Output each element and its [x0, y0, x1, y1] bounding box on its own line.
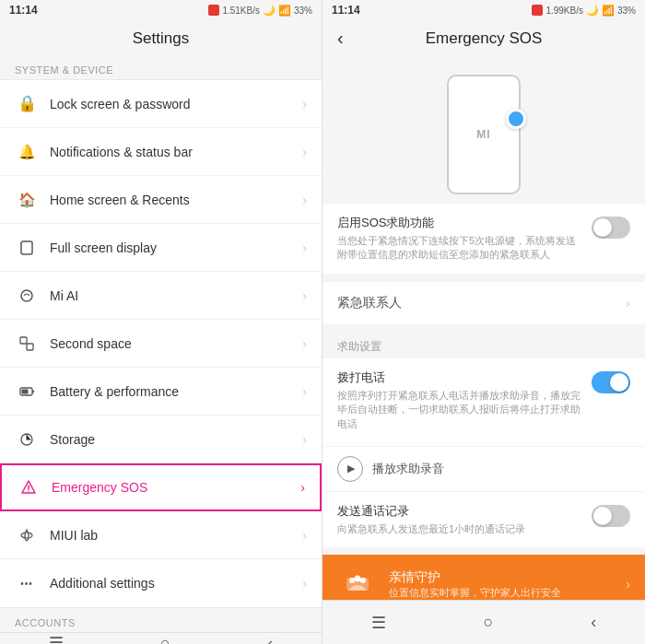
emergency-sos-label: Emergency SOS	[52, 480, 300, 495]
settings-item-notifications[interactable]: 🔔 Notifications & status bar ›	[0, 128, 322, 176]
additional-label: Additional settings	[50, 576, 302, 591]
phone-dot	[506, 109, 526, 129]
arrow-battery: ›	[302, 384, 307, 399]
call-feature-desc: 按照序列打开紧急联系人电话并播放求助录音，播放完毕后自动挂断，一切求助联系人报听…	[337, 389, 580, 431]
storage-icon	[15, 427, 39, 451]
accounts-label: ACCOUNTS	[0, 608, 322, 632]
svg-point-14	[355, 576, 361, 582]
time-left: 11:14	[9, 4, 38, 17]
settings-item-storage[interactable]: Storage ›	[0, 416, 322, 463]
family-icon-box	[337, 564, 378, 600]
lock-screen-label: Lock screen & password	[50, 97, 302, 111]
home-nav-left[interactable]: ○	[160, 634, 170, 645]
notification-icon-right	[532, 5, 543, 16]
wifi-icon: 📶	[278, 5, 291, 17]
settings-item-lock-screen[interactable]: 🔒 Lock screen & password ›	[0, 80, 322, 128]
notification-bell-icon: 🔔	[15, 140, 39, 164]
phone-illustration: MI	[322, 56, 645, 204]
data-speed-left: 1.51KB/s	[222, 6, 260, 16]
emergency-contact-row[interactable]: 紧急联系人 ›	[322, 281, 645, 324]
svg-point-12	[349, 578, 355, 583]
call-feature-row: 拨打电话 按照序列打开紧急联系人电话并播放求助录音，播放完毕后自动挂断，一切求助…	[337, 369, 630, 431]
data-speed-right: 1.99KB/s	[545, 6, 583, 16]
svg-rect-2	[20, 337, 27, 344]
bottom-nav-right: ☰ ○ ‹	[322, 600, 645, 644]
sos-feature-title: 启用SOS求助功能	[337, 215, 580, 231]
settings-item-additional[interactable]: ••• Additional settings ›	[0, 559, 322, 607]
svg-rect-5	[32, 390, 34, 392]
play-button[interactable]: ▶	[337, 456, 363, 482]
svg-point-9	[28, 490, 29, 491]
call-toggle[interactable]	[592, 371, 630, 393]
time-right: 11:14	[332, 4, 360, 17]
sos-toggle-thumb	[593, 218, 612, 237]
settings-item-battery[interactable]: Battery & performance ›	[0, 368, 322, 416]
settings-item-mi-ai[interactable]: Mi AI ›	[0, 272, 322, 320]
settings-item-second-space[interactable]: Second space ›	[0, 320, 322, 368]
arrow-mi-ai: ›	[302, 288, 307, 303]
seek-section-header: 求助设置	[322, 332, 645, 358]
left-panel: 11:14 1.51KB/s 🌙 📶 33% Settings SYSTEM &…	[0, 0, 322, 644]
call-feature-title: 拨打电话	[337, 369, 580, 386]
arrow-second-space: ›	[302, 336, 307, 351]
settings-item-miui-lab[interactable]: MIUI lab ›	[0, 511, 322, 559]
play-audio-label: 播放求助录音	[372, 461, 444, 477]
call-feature-section: 拨打电话 按照序列打开紧急联系人电话并播放求助录音，播放完毕后自动挂断，一切求助…	[322, 358, 645, 442]
settings-item-home-screen[interactable]: 🏠 Home screen & Recents ›	[0, 176, 322, 224]
back-nav-left[interactable]: ‹	[267, 634, 273, 645]
settings-item-emergency-sos[interactable]: Emergency SOS ›	[0, 463, 322, 511]
second-space-label: Second space	[50, 336, 302, 351]
family-guard-row[interactable]: 亲情守护 位置信息实时掌握，守护家人出行安全 ›	[322, 555, 645, 600]
moon-icon-right: 🌙	[586, 5, 599, 17]
play-audio-row[interactable]: ▶ 播放求助录音	[322, 446, 645, 491]
moon-icon: 🌙	[263, 5, 276, 17]
arrow-miui-lab: ›	[302, 528, 307, 543]
additional-icon: •••	[15, 571, 39, 595]
arrow-additional: ›	[302, 576, 307, 591]
arrow-home: ›	[302, 193, 307, 207]
right-page-title: Emergency SOS	[365, 29, 603, 48]
call-text: 拨打电话 按照序列打开紧急联系人电话并播放求助录音，播放完毕后自动挂断，一切求助…	[337, 369, 580, 431]
call-toggle-thumb	[610, 373, 628, 392]
call-log-section: 发送通话记录 向紧急联系人发送您最近1小时的通话记录	[322, 491, 645, 547]
page-title-left: Settings	[0, 20, 322, 55]
family-desc: 位置信息实时掌握，守护家人出行安全	[389, 586, 626, 600]
sos-feature-text: 启用SOS求助功能 当您处于紧急情况下连续按下5次电源键，系统将发送附带位置信息…	[337, 215, 580, 263]
wifi-icon-right: 📶	[602, 5, 615, 17]
miui-lab-icon	[15, 523, 39, 547]
fullscreen-label: Full screen display	[50, 240, 302, 255]
right-panel: 11:14 1.99KB/s 🌙 📶 33% ‹ Emergency SOS M…	[322, 0, 645, 644]
arrow-emergency-sos: ›	[300, 480, 305, 495]
call-log-desc: 向紧急联系人发送您最近1小时的通话记录	[337, 522, 580, 536]
menu-nav-right[interactable]: ☰	[371, 613, 386, 633]
bottom-nav-left: ☰ ○ ‹	[0, 632, 322, 644]
sos-toggle[interactable]	[592, 217, 630, 239]
family-guard-icon	[345, 568, 370, 600]
arrow-storage: ›	[302, 432, 307, 447]
fullscreen-icon	[15, 236, 39, 260]
call-log-toggle[interactable]	[592, 505, 630, 527]
play-icon: ▶	[347, 463, 355, 474]
svg-rect-6	[22, 389, 29, 393]
back-nav-right[interactable]: ‹	[591, 613, 596, 632]
lock-icon: 🔒	[15, 92, 39, 116]
menu-nav-left[interactable]: ☰	[49, 633, 64, 644]
family-guard-arrow: ›	[626, 577, 630, 591]
home-icon: 🏠	[15, 188, 39, 212]
battery-icon	[15, 380, 39, 404]
mi-ai-icon	[15, 284, 39, 308]
phone-brand: MI	[476, 128, 490, 141]
home-nav-right[interactable]: ○	[484, 613, 494, 632]
family-text: 亲情守护 位置信息实时掌握，守护家人出行安全	[389, 569, 626, 600]
sos-feature-desc: 当您处于紧急情况下连续按下5次电源键，系统将发送附带位置信息的求助短信至您添加的…	[337, 234, 580, 263]
settings-item-fullscreen[interactable]: Full screen display ›	[0, 224, 322, 272]
home-screen-label: Home screen & Recents	[50, 193, 302, 207]
storage-label: Storage	[50, 432, 302, 447]
miui-lab-label: MIUI lab	[50, 528, 302, 543]
svg-rect-0	[21, 241, 32, 254]
status-bar-right: 11:14 1.99KB/s 🌙 📶 33%	[322, 0, 645, 20]
notifications-label: Notifications & status bar	[50, 145, 302, 159]
right-header: ‹ Emergency SOS	[322, 20, 645, 56]
back-button[interactable]: ‹	[337, 28, 365, 49]
emergency-contact-arrow: ›	[626, 296, 630, 310]
